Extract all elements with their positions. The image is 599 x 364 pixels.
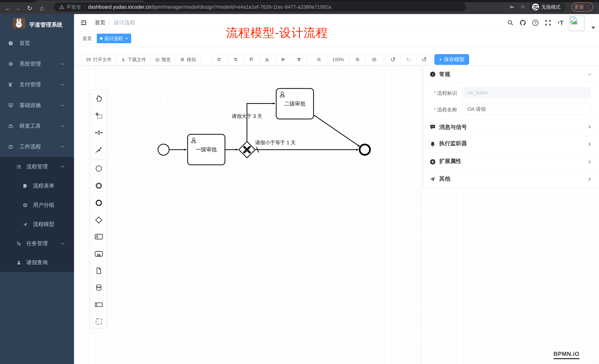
avatar[interactable] (569, 16, 585, 31)
create-intermediate-event[interactable] (95, 181, 103, 190)
browser-address-bar[interactable]: 不安全 dashboard.yudao.iocoder.cn/bpm/manag… (54, 3, 466, 11)
create-start-event[interactable] (95, 164, 103, 173)
condition-label-le1[interactable]: 请假小于等于 1 天 (255, 140, 296, 145)
undo-button-group: ↺ ↻ ↻ (385, 54, 432, 65)
process-name-input[interactable] (462, 104, 590, 115)
align-right-button[interactable] (227, 54, 243, 65)
bpmn-palette (90, 90, 107, 328)
font-size-icon[interactable]: тT (556, 18, 565, 27)
condition-label-gt3[interactable]: 请假大于 3 天 (232, 113, 262, 119)
section-general-header[interactable]: i 常规 (424, 66, 599, 82)
create-group[interactable] (95, 317, 103, 326)
key-icon[interactable] (509, 4, 515, 11)
align-left-button[interactable] (211, 54, 227, 65)
align-vertical-center-button[interactable] (275, 54, 291, 65)
zoom-in-button[interactable] (350, 54, 366, 65)
create-gateway[interactable] (95, 216, 103, 224)
toolbox-icon (8, 123, 13, 129)
create-subprocess[interactable] (95, 250, 103, 258)
redo-button[interactable]: ↻ (401, 54, 416, 65)
sidebar-collapse-icon[interactable] (79, 18, 88, 27)
help-icon[interactable]: ? (531, 18, 540, 27)
process-key-input[interactable] (462, 87, 590, 98)
download-file-button[interactable]: 下载文件 (116, 54, 151, 65)
flow-task2-to-end[interactable] (314, 115, 360, 146)
section-other[interactable]: 其他 (424, 170, 599, 188)
url-domain: dashboard.yudao.iocoder.cn (88, 4, 151, 10)
sidebar-item-task-mgmt[interactable]: 任务管理 (0, 234, 74, 253)
tab-design-process[interactable]: 设计流程 × (97, 34, 131, 43)
download-icon (121, 57, 126, 62)
section-execution-listener[interactable]: 执行监听器 (424, 135, 599, 153)
sidebar-item-leave-query[interactable]: 请假查询 (0, 253, 74, 272)
align-bottom-icon (264, 57, 270, 62)
exclusive-gateway[interactable] (239, 142, 255, 158)
chip-icon (180, 57, 185, 62)
sidebar-item-home[interactable]: 首页 (0, 33, 74, 54)
tab-home[interactable]: 首页 (79, 34, 95, 43)
hand-tool[interactable] (95, 94, 103, 102)
align-horizontal-center-button[interactable] (291, 54, 307, 65)
sidebar-item-system[interactable]: 系统管理 (0, 54, 74, 74)
sidebar-item-workflow[interactable]: 工作流程 (0, 136, 74, 157)
zoom-out-button[interactable] (311, 54, 327, 65)
sidebar-item-devtools[interactable]: 研发工具 (0, 116, 74, 136)
browser-reload-button[interactable]: ↻ (24, 2, 35, 14)
create-end-event[interactable] (95, 199, 103, 207)
lasso-tool[interactable] (95, 111, 103, 120)
sidebar-item-process-form[interactable]: 流程表单 (0, 176, 74, 195)
monitor-icon (8, 103, 13, 108)
create-data-store[interactable] (95, 283, 103, 292)
github-icon[interactable] (518, 18, 527, 27)
warning-icon (59, 4, 64, 10)
fullscreen-icon[interactable] (544, 18, 552, 27)
user-task-1[interactable]: 一级审批 (188, 134, 225, 165)
sidebar-item-infrastructure[interactable]: 基础设施 (0, 95, 74, 116)
bookmark-star-icon[interactable]: ☆ (520, 3, 525, 10)
start-event[interactable] (158, 144, 169, 155)
space-tool[interactable] (95, 128, 103, 137)
security-label[interactable]: 不安全 (66, 4, 81, 10)
flow-gateway-to-task2[interactable] (247, 103, 275, 142)
sidebar-item-process-model[interactable]: 流程模型 (0, 215, 74, 234)
bpmn-io-watermark[interactable]: BPMN.iO (554, 351, 579, 359)
chevron-down-icon (588, 72, 592, 77)
browser-active-tab[interactable] (35, 0, 144, 2)
restart-button[interactable]: ↻ (416, 54, 432, 65)
search-icon[interactable] (506, 18, 515, 27)
sidebar-item-process-mgmt[interactable]: 流程管理 (0, 157, 74, 176)
required-asterisk: * (434, 107, 436, 112)
global-connect-tool[interactable] (95, 145, 103, 154)
breadcrumb-home[interactable]: 首页 (95, 19, 106, 26)
user-task-2[interactable]: 二级审批 (276, 88, 314, 119)
tab-label: 首页 (82, 35, 92, 42)
open-file-button[interactable]: 打开文件 (82, 54, 116, 65)
create-user-task[interactable] (95, 232, 103, 241)
end-event[interactable] (360, 144, 370, 155)
close-icon[interactable]: × (125, 36, 128, 41)
plus-icon: + (439, 57, 442, 62)
browser-home-button[interactable]: ⌂ (37, 2, 47, 14)
browser-menu-kebab-icon[interactable]: ⋮ (586, 4, 591, 10)
task1-label: 一级审批 (195, 146, 217, 152)
avatar-dropdown-caret-icon[interactable] (591, 27, 595, 29)
sidebar-item-payment[interactable]: ¥ 支付管理 (0, 74, 74, 95)
align-bottom-button[interactable] (259, 54, 275, 65)
browser-back-button[interactable]: ← (3, 2, 13, 14)
update-button[interactable]: 更新 ⋮ (572, 2, 593, 12)
save-model-button[interactable]: + 保存模型 (434, 54, 469, 65)
zoom-level-indicator[interactable]: 100% (327, 54, 350, 65)
sidebar-item-user-group[interactable]: 用户分组 (0, 195, 74, 215)
fit-viewport-button[interactable] (366, 54, 383, 65)
simulate-button[interactable]: 模拟 (175, 54, 201, 65)
align-top-button[interactable] (243, 54, 259, 65)
folder-open-icon (86, 57, 91, 62)
section-extended-attributes[interactable]: 扩展属性 (424, 153, 599, 170)
file-button-group: 打开文件 下载文件 ◎ 预览 模拟 (81, 54, 201, 65)
undo-button[interactable]: ↺ (385, 54, 401, 65)
section-message-signal[interactable]: 消息与信号 (424, 119, 599, 135)
create-data-object[interactable] (95, 266, 103, 275)
browser-forward-button[interactable]: → (13, 2, 23, 14)
preview-button[interactable]: ◎ 预览 (151, 54, 175, 65)
create-participant[interactable] (95, 300, 103, 309)
